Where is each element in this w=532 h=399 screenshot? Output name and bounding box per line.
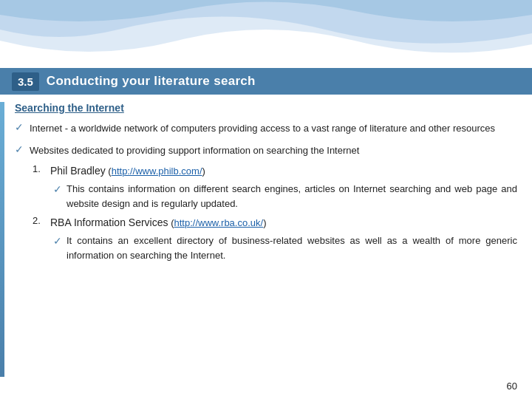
bullet-item-2: ✓ Websites dedicated to providing suppor…	[15, 143, 517, 158]
bullet-text-2: Websites dedicated to providing support …	[30, 143, 359, 158]
item-1-link[interactable]: http://www.philb.com/	[112, 166, 202, 177]
bullet-item-1: ✓ Internet - a worldwide network of comp…	[15, 121, 517, 136]
item-1-content: Phil Bradley (http://www.philb.com/) ✓ T…	[50, 163, 517, 211]
page-subtitle: Searching the Internet	[15, 102, 517, 114]
numbered-item-1: 1. Phil Bradley (http://www.philb.com/) …	[33, 163, 517, 211]
item-2-sub-text: It contains an excellent directory of bu…	[66, 233, 517, 262]
checkmark-icon-1a: ✓	[53, 182, 62, 197]
item-2-content: RBA Information Services (http://www.rba…	[50, 215, 517, 262]
main-content: Searching the Internet ✓ Internet - a wo…	[15, 102, 517, 377]
item-2-link[interactable]: http://www.rba.co.uk/	[174, 217, 263, 228]
bullet-text-1: Internet - a worldwide network of comput…	[30, 121, 495, 136]
bullet-section-1: ✓ Internet - a worldwide network of comp…	[15, 121, 517, 136]
numbered-item-2: 2. RBA Information Services (http://www.…	[33, 215, 517, 262]
checkmark-icon-2a: ✓	[53, 233, 62, 249]
checkmark-icon-2: ✓	[15, 143, 24, 155]
section-title-text: Conducting your literature search	[47, 74, 256, 89]
item-1-title: Phil Bradley	[50, 165, 106, 177]
item-number-1: 1.	[33, 163, 44, 174]
item-2-paren-close: )	[263, 217, 266, 228]
page-number: 60	[507, 381, 517, 392]
numbered-list: 1. Phil Bradley (http://www.philb.com/) …	[33, 163, 517, 262]
checkmark-icon-1: ✓	[15, 121, 24, 133]
item-2-title: RBA Information Services	[50, 216, 168, 228]
header-decoration	[0, 0, 532, 66]
section-title-bar: 3.5 Conducting your literature search	[0, 68, 532, 95]
bullet-section-2: ✓ Websites dedicated to providing suppor…	[15, 143, 517, 263]
section-number: 3.5	[12, 72, 39, 91]
item-2-sub-bullet: ✓ It contains an excellent directory of …	[53, 233, 517, 262]
item-1-sub-bullet: ✓ This contains information on different…	[53, 182, 517, 211]
left-accent-bar	[0, 102, 4, 377]
item-1-paren-close: )	[202, 166, 205, 177]
item-1-sub-text: This contains information on different s…	[66, 182, 517, 211]
item-number-2: 2.	[33, 215, 44, 226]
